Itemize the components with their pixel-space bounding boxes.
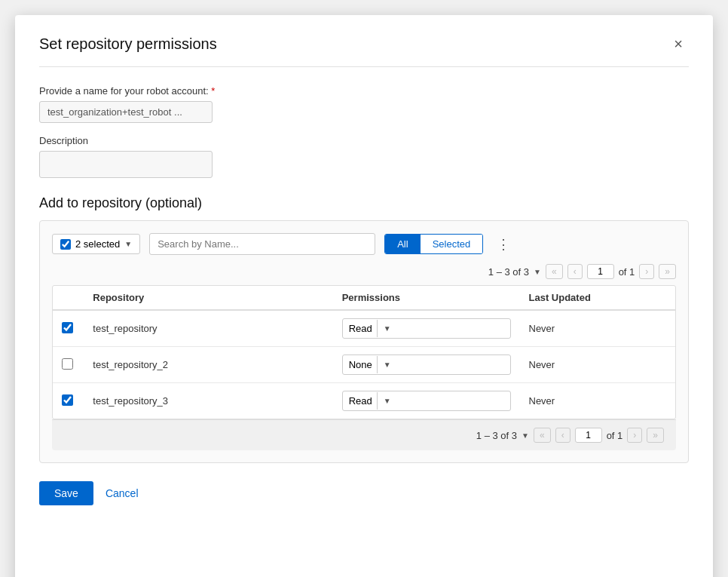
selected-dropdown[interactable]: 2 selected ▼ [52,234,140,254]
page-range-bottom: 1 – 3 of 3 [476,430,517,441]
select-all-checkbox[interactable] [60,239,71,250]
robot-name-field: Provide a name for your robot account: * [39,85,689,123]
prev-page-top-button[interactable]: ‹ [567,264,583,279]
col-perms-header: Permissions [333,286,520,310]
modal-set-repository-permissions: Set repository permissions × Provide a n… [15,15,713,577]
table-header-row: Repository Permissions Last Updated [53,286,675,310]
perm-caret-icon: ▼ [377,356,397,373]
first-page-bottom-button[interactable]: « [534,428,551,443]
col-check-header [53,286,84,310]
toolbar: 2 selected ▼ All Selected ⋮ [52,233,676,255]
perm-cell: NoneReadWriteAdmin▼ [333,347,520,383]
row-checkbox-1[interactable] [62,358,73,370]
modal-header: Set repository permissions × [39,33,689,67]
prev-page-bottom-button[interactable]: ‹ [555,428,570,443]
search-input[interactable] [149,233,375,255]
description-field: Description [39,135,689,180]
cancel-button[interactable]: Cancel [106,487,139,499]
footer-buttons: Save Cancel [39,481,689,505]
perm-caret-icon: ▼ [377,320,397,337]
save-button[interactable]: Save [39,481,93,505]
table-body: test_repositoryNoneReadWriteAdmin▼Nevert… [53,310,675,419]
last-page-bottom-button[interactable]: » [647,428,664,443]
robot-name-label: Provide a name for your robot account: * [39,85,689,97]
chevron-select-bottom: ▼ [522,431,529,440]
col-updated-header: Last Updated [520,286,676,310]
repo-table: Repository Permissions Last Updated test… [53,286,675,419]
repo-table-wrapper: Repository Permissions Last Updated test… [52,285,676,419]
perm-select-0[interactable]: NoneReadWriteAdmin [343,319,377,338]
page-input-bottom[interactable] [575,428,602,443]
robot-name-input[interactable] [39,101,213,123]
perm-cell: NoneReadWriteAdmin▼ [333,310,520,347]
filter-buttons: All Selected [384,234,483,254]
repo-name-cell: test_repository [84,310,332,347]
perm-select-2[interactable]: NoneReadWriteAdmin [343,391,377,410]
pagination-bottom: 1 – 3 of 3 ▼ « ‹ of 1 › » [52,419,676,450]
row-checkbox-2[interactable] [62,394,73,406]
modal-title: Set repository permissions [39,35,217,53]
last-updated-cell: Never [520,383,676,419]
repo-name-cell: test_repository_3 [84,383,332,419]
last-updated-cell: Never [520,347,676,383]
table-row: test_repository_3NoneReadWriteAdmin▼Neve… [53,383,675,419]
description-label: Description [39,135,689,146]
selected-count-label: 2 selected [75,238,120,250]
table-row: test_repository_2NoneReadWriteAdmin▼Neve… [53,347,675,383]
perm-select-1[interactable]: NoneReadWriteAdmin [343,355,377,374]
page-range-top: 1 – 3 of 3 [488,266,529,278]
first-page-top-button[interactable]: « [546,264,563,279]
col-repo-header: Repository [84,286,332,310]
section-title: Add to repository (optional) [39,195,689,211]
page-input-top[interactable] [587,264,614,279]
description-input[interactable] [39,151,213,178]
next-page-bottom-button[interactable]: › [627,428,642,443]
filter-selected-button[interactable]: Selected [421,235,483,253]
repo-panel: 2 selected ▼ All Selected ⋮ 1 – 3 of 3 ▼… [39,220,689,463]
perm-cell: NoneReadWriteAdmin▼ [333,383,520,419]
close-button[interactable]: × [668,33,689,54]
last-page-top-button[interactable]: » [659,264,676,279]
repo-name-cell: test_repository_2 [84,347,332,383]
next-page-top-button[interactable]: › [639,264,654,279]
row-checkbox-0[interactable] [62,322,73,333]
of-pages-top: of 1 [619,266,635,278]
dropdown-chevron-icon: ▼ [124,240,132,248]
more-options-button[interactable]: ⋮ [492,235,515,254]
filter-all-button[interactable]: All [385,235,420,253]
chevron-select-top: ▼ [534,268,541,276]
table-row: test_repositoryNoneReadWriteAdmin▼Never [53,310,675,347]
pagination-top: 1 – 3 of 3 ▼ « ‹ of 1 › » [52,264,676,279]
perm-caret-icon: ▼ [377,392,397,410]
of-pages-bottom: of 1 [607,430,623,441]
last-updated-cell: Never [520,310,676,347]
